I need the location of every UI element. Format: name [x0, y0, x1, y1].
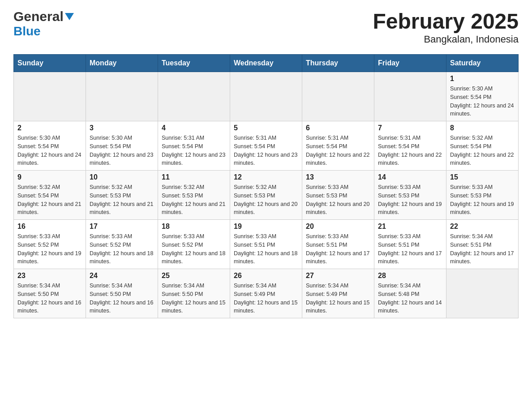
- calendar-cell: 24Sunrise: 5:34 AM Sunset: 5:50 PM Dayli…: [86, 269, 158, 318]
- day-info: Sunrise: 5:30 AM Sunset: 5:54 PM Dayligh…: [90, 134, 154, 167]
- calendar-cell: 2Sunrise: 5:30 AM Sunset: 5:54 PM Daylig…: [14, 121, 86, 171]
- day-number: 14: [378, 173, 442, 181]
- calendar-cell: 10Sunrise: 5:32 AM Sunset: 5:53 PM Dayli…: [86, 171, 158, 220]
- day-info: Sunrise: 5:34 AM Sunset: 5:50 PM Dayligh…: [162, 282, 226, 315]
- day-info: Sunrise: 5:33 AM Sunset: 5:53 PM Dayligh…: [450, 183, 515, 217]
- day-number: 7: [378, 124, 442, 132]
- col-wednesday: Wednesday: [230, 55, 302, 72]
- calendar-cell: 21Sunrise: 5:33 AM Sunset: 5:51 PM Dayli…: [374, 220, 446, 269]
- day-info: Sunrise: 5:33 AM Sunset: 5:53 PM Dayligh…: [378, 183, 442, 217]
- calendar-cell: 5Sunrise: 5:31 AM Sunset: 5:54 PM Daylig…: [230, 121, 302, 171]
- day-info: Sunrise: 5:30 AM Sunset: 5:54 PM Dayligh…: [17, 134, 82, 167]
- calendar-cell: 16Sunrise: 5:33 AM Sunset: 5:52 PM Dayli…: [14, 220, 86, 269]
- day-info: Sunrise: 5:33 AM Sunset: 5:52 PM Dayligh…: [17, 232, 82, 266]
- calendar-cell: [446, 269, 519, 318]
- calendar-cell: 7Sunrise: 5:31 AM Sunset: 5:54 PM Daylig…: [374, 121, 446, 171]
- day-info: Sunrise: 5:32 AM Sunset: 5:53 PM Dayligh…: [234, 183, 298, 217]
- calendar-cell: 17Sunrise: 5:33 AM Sunset: 5:52 PM Dayli…: [86, 220, 158, 269]
- col-friday: Friday: [374, 55, 446, 72]
- calendar-cell: 14Sunrise: 5:33 AM Sunset: 5:53 PM Dayli…: [374, 171, 446, 220]
- day-info: Sunrise: 5:34 AM Sunset: 5:50 PM Dayligh…: [90, 282, 154, 315]
- day-number: 20: [306, 223, 370, 231]
- day-info: Sunrise: 5:34 AM Sunset: 5:48 PM Dayligh…: [378, 282, 442, 315]
- logo-blue-text: Blue: [13, 24, 41, 38]
- calendar-cell: 11Sunrise: 5:32 AM Sunset: 5:53 PM Dayli…: [158, 171, 230, 220]
- calendar-cell: 6Sunrise: 5:31 AM Sunset: 5:54 PM Daylig…: [302, 121, 374, 171]
- calendar-cell: 1Sunrise: 5:30 AM Sunset: 5:54 PM Daylig…: [446, 72, 519, 121]
- day-info: Sunrise: 5:30 AM Sunset: 5:54 PM Dayligh…: [450, 85, 515, 118]
- day-number: 4: [162, 124, 226, 132]
- calendar-subtitle: Bangkalan, Indonesia: [373, 34, 519, 45]
- day-number: 10: [90, 173, 154, 181]
- calendar-cell: 9Sunrise: 5:32 AM Sunset: 5:54 PM Daylig…: [14, 171, 86, 220]
- day-number: 26: [234, 272, 298, 280]
- calendar-cell: 19Sunrise: 5:33 AM Sunset: 5:51 PM Dayli…: [230, 220, 302, 269]
- calendar-cell: 27Sunrise: 5:34 AM Sunset: 5:49 PM Dayli…: [302, 269, 374, 318]
- calendar-cell: [158, 72, 230, 121]
- day-info: Sunrise: 5:32 AM Sunset: 5:53 PM Dayligh…: [90, 183, 154, 217]
- week-row-3: 9Sunrise: 5:32 AM Sunset: 5:54 PM Daylig…: [14, 171, 519, 220]
- day-number: 27: [306, 272, 370, 280]
- day-number: 24: [90, 272, 154, 280]
- calendar-cell: [302, 72, 374, 121]
- day-number: 3: [90, 124, 154, 132]
- day-info: Sunrise: 5:34 AM Sunset: 5:49 PM Dayligh…: [234, 282, 298, 315]
- day-info: Sunrise: 5:33 AM Sunset: 5:52 PM Dayligh…: [90, 232, 154, 266]
- col-sunday: Sunday: [14, 55, 86, 72]
- svg-marker-0: [65, 13, 74, 20]
- day-info: Sunrise: 5:32 AM Sunset: 5:54 PM Dayligh…: [450, 134, 515, 167]
- day-number: 8: [450, 124, 515, 132]
- day-number: 21: [378, 223, 442, 231]
- week-row-5: 23Sunrise: 5:34 AM Sunset: 5:50 PM Dayli…: [14, 269, 519, 318]
- logo-triangle-icon: [65, 13, 74, 22]
- week-row-1: 1Sunrise: 5:30 AM Sunset: 5:54 PM Daylig…: [14, 72, 519, 121]
- day-info: Sunrise: 5:31 AM Sunset: 5:54 PM Dayligh…: [378, 134, 442, 167]
- day-info: Sunrise: 5:31 AM Sunset: 5:54 PM Dayligh…: [162, 134, 226, 167]
- calendar-cell: 4Sunrise: 5:31 AM Sunset: 5:54 PM Daylig…: [158, 121, 230, 171]
- day-number: 9: [17, 173, 82, 181]
- week-row-2: 2Sunrise: 5:30 AM Sunset: 5:54 PM Daylig…: [14, 121, 519, 171]
- calendar-cell: 26Sunrise: 5:34 AM Sunset: 5:49 PM Dayli…: [230, 269, 302, 318]
- day-number: 13: [306, 173, 370, 181]
- calendar-cell: 22Sunrise: 5:34 AM Sunset: 5:51 PM Dayli…: [446, 220, 519, 269]
- day-number: 28: [378, 272, 442, 280]
- day-number: 12: [234, 173, 298, 181]
- calendar-cell: 28Sunrise: 5:34 AM Sunset: 5:48 PM Dayli…: [374, 269, 446, 318]
- calendar-cell: 8Sunrise: 5:32 AM Sunset: 5:54 PM Daylig…: [446, 121, 519, 171]
- title-block: February 2025 Bangkalan, Indonesia: [373, 9, 519, 45]
- day-number: 18: [162, 223, 226, 231]
- day-info: Sunrise: 5:33 AM Sunset: 5:51 PM Dayligh…: [378, 232, 442, 266]
- day-info: Sunrise: 5:33 AM Sunset: 5:52 PM Dayligh…: [162, 232, 226, 266]
- day-number: 15: [450, 173, 515, 181]
- day-info: Sunrise: 5:34 AM Sunset: 5:50 PM Dayligh…: [17, 282, 82, 315]
- day-info: Sunrise: 5:31 AM Sunset: 5:54 PM Dayligh…: [306, 134, 370, 167]
- calendar-cell: 23Sunrise: 5:34 AM Sunset: 5:50 PM Dayli…: [14, 269, 86, 318]
- day-number: 6: [306, 124, 370, 132]
- calendar-cell: [14, 72, 86, 121]
- calendar-cell: 12Sunrise: 5:32 AM Sunset: 5:53 PM Dayli…: [230, 171, 302, 220]
- calendar-cell: [86, 72, 158, 121]
- col-tuesday: Tuesday: [158, 55, 230, 72]
- day-info: Sunrise: 5:31 AM Sunset: 5:54 PM Dayligh…: [234, 134, 298, 167]
- calendar-cell: 20Sunrise: 5:33 AM Sunset: 5:51 PM Dayli…: [302, 220, 374, 269]
- day-info: Sunrise: 5:34 AM Sunset: 5:49 PM Dayligh…: [306, 282, 370, 315]
- page-header: General Blue February 2025 Bangkalan, In…: [13, 9, 519, 45]
- week-row-4: 16Sunrise: 5:33 AM Sunset: 5:52 PM Dayli…: [14, 220, 519, 269]
- day-number: 1: [450, 75, 515, 83]
- calendar-cell: 15Sunrise: 5:33 AM Sunset: 5:53 PM Dayli…: [446, 171, 519, 220]
- day-number: 2: [17, 124, 82, 132]
- calendar-header-row: Sunday Monday Tuesday Wednesday Thursday…: [14, 55, 519, 72]
- day-number: 11: [162, 173, 226, 181]
- day-info: Sunrise: 5:33 AM Sunset: 5:51 PM Dayligh…: [234, 232, 298, 266]
- calendar-cell: 3Sunrise: 5:30 AM Sunset: 5:54 PM Daylig…: [86, 121, 158, 171]
- col-monday: Monday: [86, 55, 158, 72]
- calendar-table: Sunday Monday Tuesday Wednesday Thursday…: [13, 54, 519, 318]
- day-number: 19: [234, 223, 298, 231]
- day-number: 17: [90, 223, 154, 231]
- calendar-cell: 25Sunrise: 5:34 AM Sunset: 5:50 PM Dayli…: [158, 269, 230, 318]
- calendar-cell: 13Sunrise: 5:33 AM Sunset: 5:53 PM Dayli…: [302, 171, 374, 220]
- day-info: Sunrise: 5:32 AM Sunset: 5:54 PM Dayligh…: [17, 183, 82, 217]
- day-number: 25: [162, 272, 226, 280]
- col-thursday: Thursday: [302, 55, 374, 72]
- logo-general-text: General: [13, 9, 64, 24]
